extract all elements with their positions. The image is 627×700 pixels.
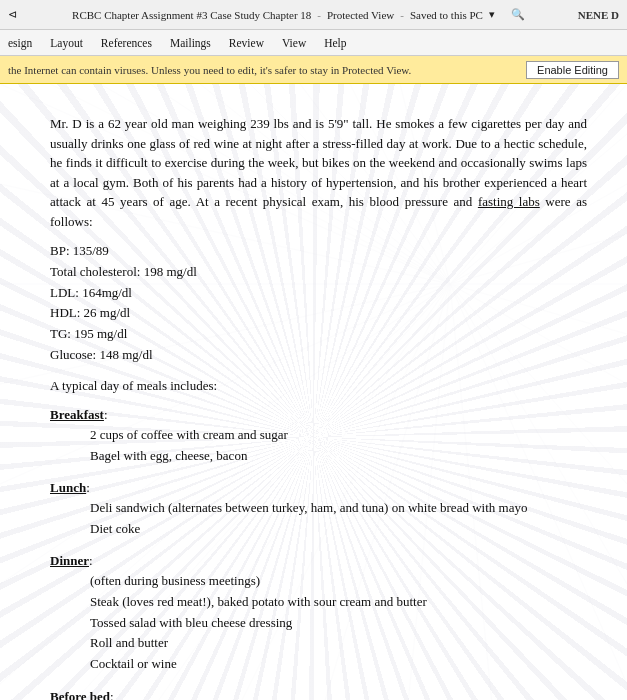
dinner-item-2: Tossed salad with bleu cheese dressing <box>90 613 587 634</box>
stat-hdl: HDL: 26 mg/dl <box>50 303 587 324</box>
stat-cholesterol: Total cholesterol: 198 mg/dl <box>50 262 587 283</box>
saved-to-label: Saved to this PC <box>410 9 483 21</box>
document-content: Mr. D is a 62 year old man weighing 239 … <box>50 114 587 700</box>
stat-tg: TG: 195 mg/dl <box>50 324 587 345</box>
search-icon[interactable]: 🔍 <box>511 8 525 21</box>
fasting-labs-text: fasting labs <box>478 194 540 209</box>
meal-breakfast: Breakfast: 2 cups of coffee with cream a… <box>50 405 587 466</box>
meal-lunch-title: Lunch: <box>50 478 587 498</box>
dinner-item-3: Roll and butter <box>90 633 587 654</box>
stat-glucose: Glucose: 148 mg/dl <box>50 345 587 366</box>
dinner-item-0: (often during business meetings) <box>90 571 587 592</box>
user-label: NENE D <box>569 9 619 21</box>
meal-lunch: Lunch: Deli sandwich (alternates between… <box>50 478 587 539</box>
document-area: Mr. D is a 62 year old man weighing 239 … <box>0 84 627 700</box>
sep2: - <box>400 9 404 21</box>
ribbon-item-review[interactable]: Review <box>229 37 264 49</box>
stat-bp: BP: 135/89 <box>50 241 587 262</box>
meal-breakfast-items: 2 cups of coffee with cream and sugar Ba… <box>50 425 587 467</box>
lunch-item-1: Diet coke <box>90 519 587 540</box>
ribbon-item-references[interactable]: References <box>101 37 152 49</box>
back-icon[interactable]: ⊲ <box>8 8 28 21</box>
stat-ldl: LDL: 164mg/dl <box>50 283 587 304</box>
dinner-item-4: Cocktail or wine <box>90 654 587 675</box>
meal-breakfast-title: Breakfast: <box>50 405 587 425</box>
stats-block: BP: 135/89 Total cholesterol: 198 mg/dl … <box>50 241 587 366</box>
ribbon-item-layout[interactable]: Layout <box>50 37 83 49</box>
title-bar-center: RCBC Chapter Assignment #3 Case Study Ch… <box>28 8 569 21</box>
protected-view-bar: the Internet can contain viruses. Unless… <box>0 56 627 84</box>
saved-dropdown-icon[interactable]: ▾ <box>489 8 495 21</box>
meal-dinner-items: (often during business meetings) Steak (… <box>50 571 587 675</box>
title-bar: ⊲ RCBC Chapter Assignment #3 Case Study … <box>0 0 627 30</box>
enable-editing-button[interactable]: Enable Editing <box>526 61 619 79</box>
ribbon-item-help[interactable]: Help <box>324 37 346 49</box>
ribbon: esign Layout References Mailings Review … <box>0 30 627 56</box>
meal-before-bed: Before bed: Glass of red wine Handful of… <box>50 687 587 700</box>
meals-intro: A typical day of meals includes: <box>50 376 587 396</box>
protected-view-message: the Internet can contain viruses. Unless… <box>8 64 411 76</box>
ribbon-item-view[interactable]: View <box>282 37 306 49</box>
meal-lunch-items: Deli sandwich (alternates between turkey… <box>50 498 587 540</box>
breakfast-item-0: 2 cups of coffee with cream and sugar <box>90 425 587 446</box>
ribbon-item-mailings[interactable]: Mailings <box>170 37 211 49</box>
sep1: - <box>317 9 321 21</box>
dinner-item-1: Steak (loves red meat!), baked potato wi… <box>90 592 587 613</box>
breakfast-item-1: Bagel with egg, cheese, bacon <box>90 446 587 467</box>
document-title: RCBC Chapter Assignment #3 Case Study Ch… <box>72 9 311 21</box>
ribbon-item-design[interactable]: esign <box>8 37 32 49</box>
meal-dinner-title: Dinner: <box>50 551 587 571</box>
meal-beforebed-title: Before bed: <box>50 687 587 700</box>
intro-paragraph: Mr. D is a 62 year old man weighing 239 … <box>50 114 587 231</box>
lunch-item-0: Deli sandwich (alternates between turkey… <box>90 498 587 519</box>
meal-dinner: Dinner: (often during business meetings)… <box>50 551 587 674</box>
protected-view-label: Protected View <box>327 9 394 21</box>
